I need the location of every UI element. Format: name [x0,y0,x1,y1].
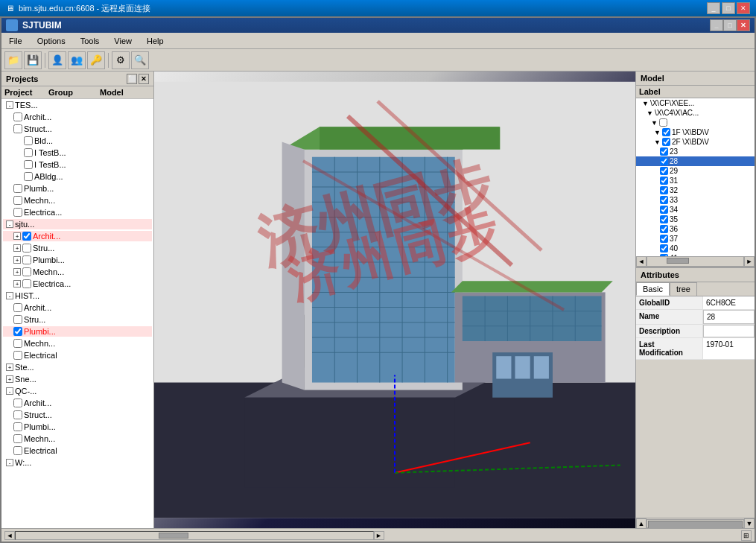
tree-checkbox[interactable] [660,235,668,243]
list-item[interactable]: - TES... [1,99,153,111]
list-item[interactable]: Archit... [1,111,153,123]
tree-checkbox[interactable] [660,196,668,204]
list-item[interactable]: Bld... [1,135,153,147]
list-item[interactable]: Plumbi... [1,421,153,433]
resize-handle[interactable]: ⊞ [741,530,752,541]
menu-file[interactable]: File [4,35,27,47]
list-item[interactable]: - HIST... [1,290,153,302]
list-item[interactable]: Mechn... [1,433,153,445]
tree-checkbox[interactable] [13,196,22,205]
expand-icon[interactable]: - [6,459,13,466]
list-item[interactable]: ▼ \X\CF\X\EE... [636,98,755,108]
list-item[interactable]: ▼ 1F \X\BD\V [636,127,755,137]
tree-checkbox[interactable] [662,128,670,136]
list-item[interactable]: Plumb... [1,182,153,194]
list-item[interactable]: + Electrica... [1,278,153,290]
expand-icon[interactable]: + [13,268,21,276]
tree-checkbox[interactable] [660,147,668,156]
toolbar-key-button[interactable]: 🔑 [87,51,105,69]
status-scrollbar-thumb[interactable] [159,533,188,539]
vscrollbar-thumb[interactable] [648,521,743,529]
list-item[interactable]: - W:... [1,457,153,469]
list-item[interactable]: 33 [636,195,755,205]
tree-checkbox[interactable] [660,167,668,175]
scroll-up-button[interactable]: ▲ [636,518,647,529]
horizontal-scrollbar[interactable] [647,256,744,267]
list-item[interactable]: I TestB... [1,147,153,159]
list-item[interactable]: 29 [636,166,755,176]
expand-icon[interactable]: ▼ [642,100,649,107]
minimize-button[interactable]: _ [707,2,720,14]
list-item[interactable]: Electrical [1,445,153,457]
list-item[interactable]: + Mechn... [1,266,153,278]
status-scrollbar[interactable] [15,531,374,540]
expand-icon[interactable]: ▼ [647,109,653,117]
list-item[interactable]: - sjtu... [1,218,153,230]
list-item[interactable]: Archit... [1,397,153,409]
tab-basic[interactable]: Basic [636,282,670,296]
tree-checkbox[interactable] [13,315,22,324]
tree-checkbox[interactable] [24,160,33,169]
list-item[interactable]: I TestB... [1,159,153,171]
expand-icon[interactable]: - [6,101,13,109]
app-minimize-button[interactable]: _ [710,19,723,31]
list-item[interactable]: Plumbi... [1,326,153,337]
tree-checkbox[interactable] [13,327,22,336]
scroll-right-button[interactable]: ► [744,256,755,267]
list-item[interactable]: Electrical [1,349,153,361]
tree-checkbox[interactable] [660,206,668,214]
close-button[interactable]: ✕ [737,2,750,14]
tree-checkbox[interactable] [13,208,22,217]
list-item[interactable]: ▼ 2F \X\BD\V [636,137,755,147]
menu-view[interactable]: View [109,35,136,47]
tree-checkbox[interactable] [660,186,668,194]
expand-icon[interactable]: - [6,220,13,228]
toolbar-settings-button[interactable]: ⚙ [112,51,130,69]
expand-icon[interactable]: ▼ [654,139,661,146]
tree-checkbox[interactable] [660,225,668,233]
list-item[interactable]: Archit... [1,302,153,314]
list-item[interactable]: + Sne... [1,373,153,385]
toolbar-save-button[interactable]: 💾 [24,51,42,69]
list-item[interactable]: 28 [636,156,755,166]
tree-checkbox[interactable] [13,434,22,443]
scrollbar-thumb[interactable] [667,258,689,264]
expand-icon[interactable]: - [6,387,13,395]
toolbar-user2-button[interactable]: 👥 [68,51,86,69]
toolbar-user-button[interactable]: 👤 [48,51,66,69]
tree-checkbox[interactable] [660,215,668,223]
expand-icon[interactable]: - [6,292,13,299]
toolbar-open-button[interactable]: 📁 [4,51,22,69]
projects-panel-float-button[interactable]: ⬜ [127,74,137,84]
tree-checkbox[interactable] [22,255,31,264]
tree-checkbox[interactable] [13,422,22,431]
menu-options[interactable]: Options [33,35,70,47]
tree-checkbox[interactable] [13,339,22,348]
expand-icon[interactable]: + [13,244,21,252]
list-item[interactable]: 23 [636,147,755,156]
scroll-down-button[interactable]: ▼ [744,518,755,529]
tree-checkbox[interactable] [24,172,33,181]
tree-checkbox[interactable] [662,138,670,146]
list-item[interactable]: 32 [636,185,755,195]
list-item[interactable]: 31 [636,176,755,185]
tree-checkbox[interactable] [13,303,22,312]
list-item[interactable]: ABldg... [1,171,153,182]
expand-icon[interactable]: + [6,375,13,383]
expand-icon[interactable]: + [13,232,21,240]
list-item[interactable]: + Archit... [1,230,153,242]
list-item[interactable]: + Ste... [1,361,153,373]
tree-checkbox[interactable] [13,112,22,121]
list-item[interactable]: + Stru... [1,242,153,254]
tree-checkbox[interactable] [13,351,22,360]
tree-checkbox[interactable] [13,446,22,455]
list-item[interactable]: Struct... [1,409,153,421]
scroll-left-button[interactable]: ◄ [636,256,647,267]
app-restore-button[interactable]: □ [723,19,737,31]
app-close-button[interactable]: ✕ [737,19,750,31]
list-item[interactable]: + Plumbi... [1,254,153,266]
list-item[interactable]: ▼ [636,118,755,127]
tree-checkbox[interactable] [13,184,22,193]
expand-icon[interactable]: + [13,280,21,288]
tree-checkbox[interactable] [24,148,33,157]
